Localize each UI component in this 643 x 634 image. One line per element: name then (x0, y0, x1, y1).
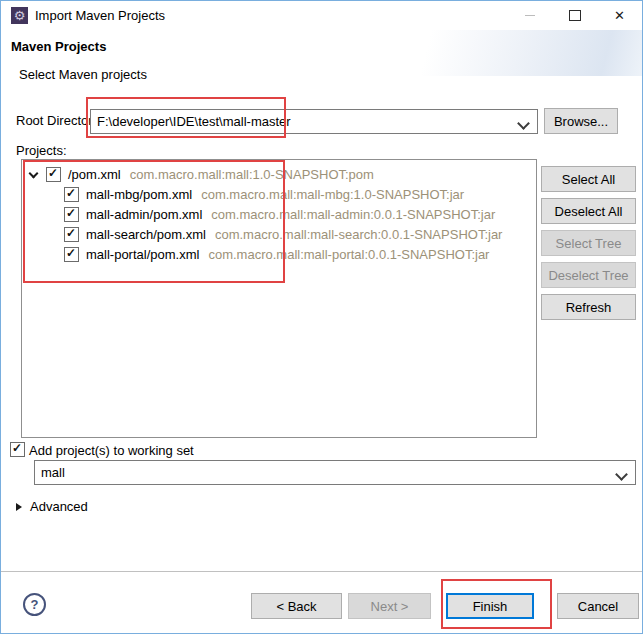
checkbox[interactable] (46, 167, 61, 182)
cancel-button[interactable]: Cancel (557, 593, 639, 619)
checkbox[interactable] (64, 207, 79, 222)
browse-button[interactable]: Browse... (544, 108, 618, 134)
next-button: Next > (348, 593, 431, 619)
header-banner-gradient (312, 30, 642, 76)
minimize-icon (525, 15, 535, 16)
tree-item-info: com.macro.mall:mall-portal:0.0.1-SNAPSHO… (208, 247, 489, 262)
tree-item-info: com.macro.mall:mall-search:0.0.1-SNAPSHO… (215, 227, 503, 242)
expander-chevron-down-icon[interactable] (28, 172, 46, 177)
root-directory-combo[interactable]: F:\developer\IDE\test\mall-master (90, 109, 538, 134)
tree-item-label: mall-mbg/pom.xml (86, 187, 192, 202)
tree-item-info: com.macro.mall:mall:1.0-SNAPSHOT:pom (130, 167, 374, 182)
tree-item-label: mall-search/pom.xml (86, 227, 206, 242)
tree-item-info: com.macro.mall:mall-mbg:1.0-SNAPSHOT:jar (201, 187, 464, 202)
select-all-button[interactable]: Select All (541, 166, 636, 192)
checkbox[interactable] (64, 227, 79, 242)
page-subtitle: Select Maven projects (19, 67, 147, 82)
close-button[interactable]: ✕ (597, 1, 642, 30)
window-controls: ✕ (507, 1, 642, 30)
tree-row[interactable]: /pom.xml com.macro.mall:mall:1.0-SNAPSHO… (22, 164, 536, 184)
triangle-right-icon (16, 503, 22, 511)
maven-gear-icon: ⚙ (11, 7, 28, 24)
tree-item-info: com.macro.mall:mall-admin:0.0.1-SNAPSHOT… (211, 207, 495, 222)
checkbox[interactable] (64, 247, 79, 262)
title-bar[interactable]: ⚙ Import Maven Projects ✕ (1, 1, 642, 30)
tree-item-label: /pom.xml (68, 167, 121, 182)
minimize-button[interactable] (507, 1, 552, 30)
advanced-label: Advanced (30, 499, 88, 514)
tree-row[interactable]: mall-mbg/pom.xml com.macro.mall:mall-mbg… (22, 184, 536, 204)
footer-separator (1, 571, 642, 572)
tree-item-label: mall-admin/pom.xml (86, 207, 202, 222)
chevron-down-icon[interactable] (617, 467, 626, 482)
working-set-combo[interactable]: mall (34, 460, 636, 485)
maximize-button[interactable] (552, 1, 597, 30)
chevron-down-icon[interactable] (519, 116, 528, 131)
tree-row[interactable]: mall-search/pom.xml com.macro.mall:mall-… (22, 224, 536, 244)
projects-tree[interactable]: /pom.xml com.macro.mall:mall:1.0-SNAPSHO… (21, 159, 537, 438)
question-icon: ? (31, 597, 39, 612)
select-tree-button: Select Tree (541, 230, 636, 256)
working-set-label: Add project(s) to working set (29, 443, 194, 458)
deselect-tree-button: Deselect Tree (541, 262, 636, 288)
close-icon: ✕ (614, 8, 625, 23)
tree-item-label: mall-portal/pom.xml (86, 247, 199, 262)
deselect-all-button[interactable]: Deselect All (541, 198, 636, 224)
advanced-expander[interactable]: Advanced (16, 499, 88, 514)
page-title: Maven Projects (11, 39, 106, 54)
refresh-button[interactable]: Refresh (541, 294, 636, 320)
back-button[interactable]: < Back (251, 593, 342, 619)
projects-label: Projects: (16, 143, 67, 158)
help-button[interactable]: ? (23, 593, 46, 616)
window-title: Import Maven Projects (35, 8, 165, 23)
wizard-header: Maven Projects Select Maven projects (1, 30, 642, 97)
finish-button[interactable]: Finish (446, 593, 534, 619)
root-directory-value: F:\developer\IDE\test\mall-master (97, 114, 291, 129)
tree-row[interactable]: mall-admin/pom.xml com.macro.mall:mall-a… (22, 204, 536, 224)
working-set-value: mall (41, 465, 65, 480)
maximize-icon (569, 10, 581, 21)
working-set-checkbox[interactable] (10, 442, 25, 457)
checkbox[interactable] (64, 187, 79, 202)
tree-row[interactable]: mall-portal/pom.xml com.macro.mall:mall-… (22, 244, 536, 264)
import-maven-projects-dialog: ⚙ Import Maven Projects ✕ Maven Projects… (0, 0, 643, 634)
